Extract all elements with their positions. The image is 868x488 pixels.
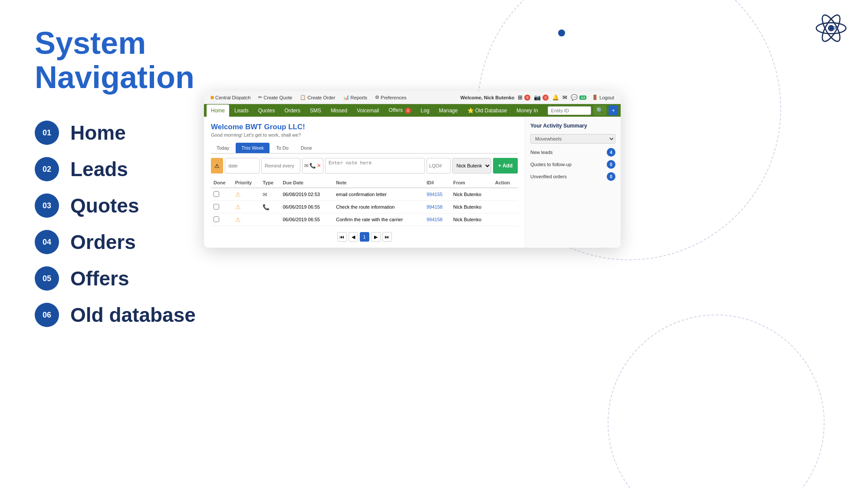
- nav-label-leads: Leads: [70, 157, 128, 181]
- remind-input[interactable]: [261, 158, 300, 174]
- note-textarea[interactable]: [325, 158, 425, 174]
- entity-search-btn[interactable]: 🔍: [593, 105, 606, 115]
- table-row: ⚠ 06/06/2019 06:55 Confirm the rate with…: [211, 213, 518, 226]
- col-done: Done: [211, 178, 233, 188]
- create-order-btn[interactable]: 📋 Create Order: [298, 94, 337, 101]
- navbar-quotes[interactable]: Quotes: [254, 105, 279, 117]
- activity-new-leads: New leads 4: [530, 148, 615, 157]
- toolbar-user: Welcome, Nick Butenko: [460, 95, 515, 100]
- nav-label-orders: Orders: [70, 230, 136, 254]
- navbar-sms[interactable]: SMS: [306, 105, 326, 117]
- activity-quotes-label: Quotes to follow-up: [530, 162, 572, 167]
- navbar-orders[interactable]: Orders: [280, 105, 305, 117]
- lqo-input[interactable]: [427, 158, 450, 174]
- content-right: Your Activity Summary Movewheels New lea…: [525, 117, 621, 248]
- reports-btn[interactable]: 📊 Reports: [341, 94, 370, 101]
- logout-btn[interactable]: 🚪 Logout: [590, 94, 616, 101]
- navbar-money-in[interactable]: Money In: [512, 105, 542, 117]
- pagination: ⏮ ◀ 1 ▶ ⏭: [211, 232, 518, 242]
- cell-note-3: Confirm the rate with the carrier: [333, 213, 424, 226]
- welcome-title: Welcome BWT Group LLC!: [211, 123, 518, 131]
- create-quote-btn[interactable]: ✏ Create Quote: [256, 94, 294, 101]
- user-select[interactable]: Nick Butenko: [452, 158, 491, 174]
- navbar-old-database[interactable]: ⭐ Old Database: [463, 105, 511, 117]
- cell-priority-2: ⚠: [233, 201, 260, 213]
- nav-label-offers: Offers: [70, 267, 129, 290]
- table-row: ⚠ 📞 06/06/2019 06:55 Check the route inf…: [211, 201, 518, 213]
- entity-search-input[interactable]: [548, 106, 591, 115]
- cell-date-3: 06/06/2019 06:55: [280, 213, 333, 226]
- activity-quotes: Quotes to follow-up 0: [530, 160, 615, 169]
- cell-type-2: 📞: [260, 201, 280, 213]
- cell-id-1[interactable]: 994155: [424, 188, 450, 201]
- page-first[interactable]: ⏮: [337, 232, 347, 242]
- entity-add-btn[interactable]: +: [608, 105, 618, 115]
- tab-this-week[interactable]: This Week: [236, 143, 270, 153]
- add-button[interactable]: + Add: [493, 158, 518, 174]
- activity-orders: Unverified orders 0: [530, 172, 615, 181]
- nav-label-home: Home: [70, 121, 126, 144]
- page-1[interactable]: 1: [360, 232, 369, 242]
- cell-from-3: Nick Butenko: [450, 213, 493, 226]
- cell-done-1[interactable]: [211, 188, 233, 201]
- date-input[interactable]: [225, 158, 260, 174]
- tab-to-do[interactable]: To Do: [270, 143, 294, 153]
- alert-btn[interactable]: ⚠: [211, 158, 223, 174]
- central-dispatch-btn[interactable]: Central Dispatch: [208, 94, 253, 101]
- col-type: Type: [260, 178, 280, 188]
- cell-from-2: Nick Butenko: [450, 201, 493, 213]
- col-note: Note: [333, 178, 424, 188]
- navbar-missed[interactable]: Missed: [326, 105, 352, 117]
- navbar-log[interactable]: Log: [416, 105, 434, 117]
- top-toolbar: Central Dispatch ✏ Create Quote 📋 Create…: [204, 91, 621, 104]
- cell-id-3[interactable]: 994158: [424, 213, 450, 226]
- col-due-date: Due Date: [280, 178, 333, 188]
- navbar-voicemail[interactable]: Voicemail: [352, 105, 383, 117]
- title-part1: System: [35, 26, 146, 60]
- cell-done-2[interactable]: [211, 201, 233, 213]
- tab-done[interactable]: Done: [295, 143, 318, 153]
- activity-orders-count: 0: [607, 172, 615, 181]
- cell-id-2[interactable]: 994158: [424, 201, 450, 213]
- nav-label-quotes: Quotes: [70, 194, 139, 217]
- col-priority: Priority: [233, 178, 260, 188]
- cell-action-3: [493, 213, 518, 226]
- nav-badge-old-database: 06: [35, 303, 59, 327]
- col-action: Action: [493, 178, 518, 188]
- cell-from-1: Nick Butenko: [450, 188, 493, 201]
- col-from: From: [450, 178, 493, 188]
- form-icon-group: ✉ 📞 ✕: [302, 158, 323, 174]
- phone-icon[interactable]: 📞: [309, 163, 316, 169]
- navbar-home[interactable]: Home: [207, 105, 229, 117]
- page-last[interactable]: ⏭: [382, 232, 392, 242]
- close-icon[interactable]: ✕: [317, 163, 321, 169]
- navbar-offers[interactable]: Offers 0: [385, 104, 416, 117]
- preferences-btn[interactable]: ⚙ Preferences: [373, 94, 408, 101]
- tab-today[interactable]: Today: [211, 143, 235, 153]
- nav-item-old-database[interactable]: 06 Old database: [35, 303, 260, 327]
- cell-done-3[interactable]: [211, 213, 233, 226]
- add-form-row: ⚠ ✉ 📞 ✕ Nick Butenko + Add: [211, 158, 518, 174]
- page-next[interactable]: ▶: [371, 232, 381, 242]
- tabs-row: Today This Week To Do Done: [211, 143, 518, 154]
- main-content: Welcome BWT Group LLC! Good morning! Let…: [204, 117, 621, 248]
- movewheels-select[interactable]: Movewheels: [530, 134, 615, 144]
- col-id: ID#: [424, 178, 450, 188]
- browser-window: Central Dispatch ✏ Create Quote 📋 Create…: [204, 91, 621, 248]
- nav-item-offers[interactable]: 05 Offers: [35, 266, 260, 291]
- navbar-manage[interactable]: Manage: [434, 105, 462, 117]
- cell-action-1: [493, 188, 518, 201]
- activity-title: Your Activity Summary: [530, 123, 615, 129]
- navbar-leads[interactable]: Leads: [230, 105, 253, 117]
- sms-icon[interactable]: ✉: [304, 163, 309, 169]
- cell-type-3: [260, 213, 280, 226]
- nav-badge-orders: 04: [35, 230, 59, 254]
- page-prev[interactable]: ◀: [349, 232, 358, 242]
- central-dispatch-icon: [210, 96, 214, 99]
- page-title: System Navigation: [35, 26, 260, 95]
- decorative-arc-2: [608, 314, 825, 488]
- nav-label-old-database: Old database: [70, 303, 196, 327]
- activity-new-leads-label: New leads: [530, 150, 552, 155]
- svg-text:CP: CP: [829, 26, 837, 32]
- cell-priority-1: ⚠: [233, 188, 260, 201]
